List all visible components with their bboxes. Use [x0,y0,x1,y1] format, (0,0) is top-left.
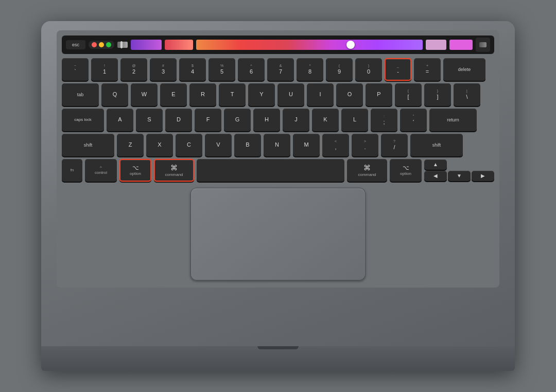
key-comma[interactable]: < , [322,134,349,156]
key-9[interactable]: ( 9 [326,58,353,81]
bottom-bar [41,346,515,371]
key-rows: ~ ` ! 1 @ 2 # 3 $ 4 [62,58,494,182]
key-b[interactable]: B [234,134,261,156]
key-0[interactable]: ) 0 [355,58,382,81]
arrow-key-group: ▲ ◀ ▼ ▶ [424,159,494,181]
key-semicolon[interactable]: : ; [371,109,397,131]
tb-right-icon[interactable] [476,38,490,52]
key-s[interactable]: S [136,109,163,131]
key-arrow-left[interactable]: ◀ [424,171,447,181]
key-shift-right[interactable]: shift [410,134,463,156]
key-w[interactable]: W [131,83,158,106]
key-bracket-open[interactable]: { [ [395,83,422,106]
key-x[interactable]: X [146,134,173,156]
tb-minimize-dot [99,42,104,47]
tb-thumb[interactable] [346,41,355,49]
tb-gradient2-slider[interactable] [196,40,423,50]
key-spacebar[interactable] [197,159,344,182]
trackpad-area [62,188,494,280]
key-6[interactable]: ^ 6 [238,58,265,81]
key-return[interactable]: return [429,109,477,131]
key-backslash[interactable]: | \ [454,83,480,106]
key-z[interactable]: Z [117,134,144,156]
key-2[interactable]: @ 2 [120,58,147,81]
keyboard-area: esc [57,30,499,288]
key-h[interactable]: H [253,109,280,131]
key-e[interactable]: E [160,83,187,106]
key-v[interactable]: V [205,134,232,156]
esc-key[interactable]: esc [66,40,85,49]
key-f[interactable]: F [195,109,221,131]
key-command-right[interactable]: ⌘ command [347,159,387,182]
key-backquote[interactable]: ~ ` [62,58,89,81]
tb-pink-block2[interactable] [449,40,473,50]
trackpad[interactable] [190,188,366,280]
key-4[interactable]: $ 4 [179,58,206,81]
tb-brightness-bar[interactable] [131,40,162,50]
tb-traffic-lights [89,41,114,49]
key-option-left[interactable]: ⌥ option [119,159,151,182]
key-d[interactable]: D [165,109,192,131]
tb-slider-icon [117,42,128,48]
key-period[interactable]: > . [352,134,378,156]
key-tab[interactable]: tab [62,83,99,106]
key-i[interactable]: I [307,83,334,106]
key-delete[interactable]: delete [443,58,485,81]
qwerty-row: tab Q W E R T Y U I O P { [ } ] [62,83,494,106]
key-k[interactable]: K [312,109,339,131]
key-bracket-close[interactable]: } ] [424,83,451,106]
key-u[interactable]: U [277,83,304,106]
key-equals[interactable]: + = [414,58,441,81]
key-m[interactable]: M [293,134,320,156]
key-p[interactable]: P [366,83,392,106]
key-7[interactable]: & 7 [267,58,294,81]
key-option-right[interactable]: ⌥ option [390,159,422,182]
key-arrow-up[interactable]: ▲ [424,159,447,170]
key-c[interactable]: C [176,134,202,156]
key-j[interactable]: J [283,109,309,131]
key-5[interactable]: % 5 [208,58,235,81]
touch-bar: esc [62,35,494,54]
key-quote[interactable]: " ' [400,109,427,131]
key-fn[interactable]: fn [62,159,82,182]
tb-pink-block1[interactable] [426,40,446,50]
key-t[interactable]: T [219,83,246,106]
key-8[interactable]: * 8 [297,58,323,81]
number-row: ~ ` ! 1 @ 2 # 3 $ 4 [62,58,494,81]
tb-gradient1[interactable] [165,40,193,50]
key-r[interactable]: R [189,83,216,106]
key-control[interactable]: ^ control [85,159,117,182]
asdf-row: caps lock A S D F G H J K L : ; " ' [62,109,494,131]
zxcv-row: shift Z X C V B N M < , > . ? [62,134,494,156]
tb-expand-dot [106,42,111,47]
laptop-body: esc [41,21,515,371]
key-arrow-down[interactable]: ▼ [448,171,471,181]
key-o[interactable]: O [336,83,363,106]
key-arrow-right[interactable]: ▶ [472,171,494,181]
key-l[interactable]: L [341,109,368,131]
key-minus[interactable]: _ - [385,58,411,81]
key-1[interactable]: ! 1 [91,58,118,81]
bottom-row: fn ^ control ⌥ option ⌘ command [62,159,494,182]
key-a[interactable]: A [107,109,133,131]
key-n[interactable]: N [264,134,290,156]
key-q[interactable]: Q [101,83,128,106]
key-y[interactable]: Y [248,83,275,106]
key-3[interactable]: # 3 [150,58,177,81]
key-shift-left[interactable]: shift [62,134,114,156]
key-capslock[interactable]: caps lock [62,109,104,131]
key-command-left[interactable]: ⌘ command [154,159,194,182]
key-g[interactable]: G [224,109,251,131]
laptop-notch [257,346,299,349]
key-slash[interactable]: ? / [381,134,408,156]
tb-close-dot [92,42,97,47]
